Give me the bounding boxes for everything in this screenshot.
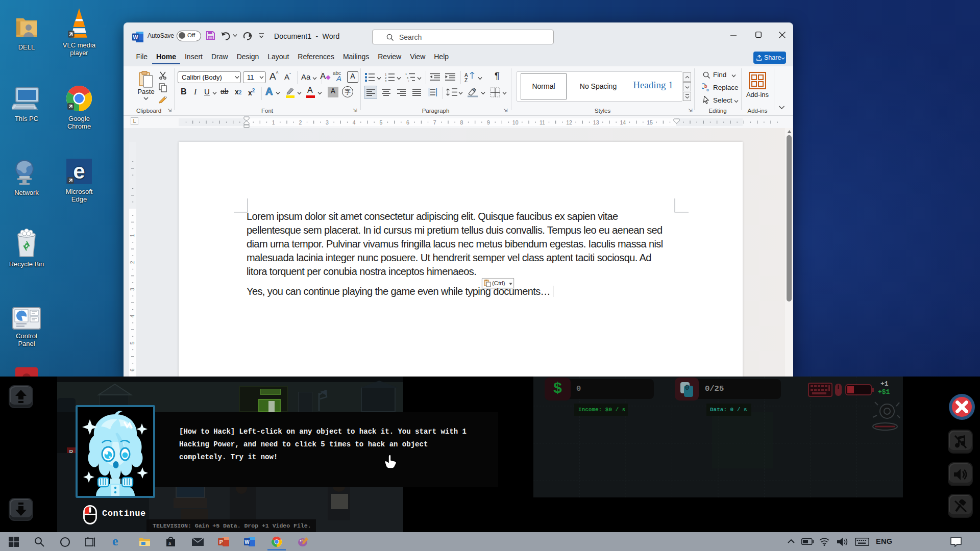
- svg-text:0: 0: [685, 384, 689, 392]
- svg-text:6: 6: [406, 119, 409, 126]
- svg-text:W: W: [133, 34, 138, 40]
- svg-text:1: 1: [385, 73, 387, 76]
- svg-text:2: 2: [129, 261, 135, 264]
- svg-text:e: e: [73, 159, 85, 183]
- svg-text:1: 1: [405, 72, 407, 76]
- svg-text:6: 6: [129, 368, 135, 371]
- svg-text:3: 3: [129, 288, 135, 291]
- svg-text:5: 5: [379, 119, 382, 126]
- svg-text:2: 2: [299, 119, 302, 126]
- svg-text:15: 15: [647, 119, 653, 126]
- svg-text:1: 1: [129, 234, 135, 237]
- svg-text:7: 7: [433, 119, 436, 126]
- svg-text:10: 10: [512, 119, 519, 126]
- svg-text:1: 1: [272, 119, 275, 126]
- svg-text:i: i: [408, 80, 409, 82]
- svg-text:8: 8: [460, 119, 463, 126]
- svg-text:3: 3: [385, 80, 387, 82]
- svg-text:Z: Z: [464, 78, 468, 82]
- svg-text:3: 3: [326, 119, 329, 126]
- svg-text:5: 5: [129, 341, 135, 344]
- svg-text:12: 12: [566, 119, 572, 126]
- svg-text:W: W: [244, 539, 250, 545]
- svg-text:a: a: [407, 76, 409, 79]
- svg-text:14: 14: [620, 119, 626, 126]
- svg-text:4: 4: [353, 119, 356, 126]
- svg-text:11: 11: [540, 119, 545, 126]
- svg-text:c: c: [706, 87, 709, 92]
- svg-text:4: 4: [129, 315, 135, 318]
- svg-text:9: 9: [487, 119, 490, 126]
- svg-text:13: 13: [593, 119, 599, 126]
- svg-text:P: P: [219, 539, 223, 545]
